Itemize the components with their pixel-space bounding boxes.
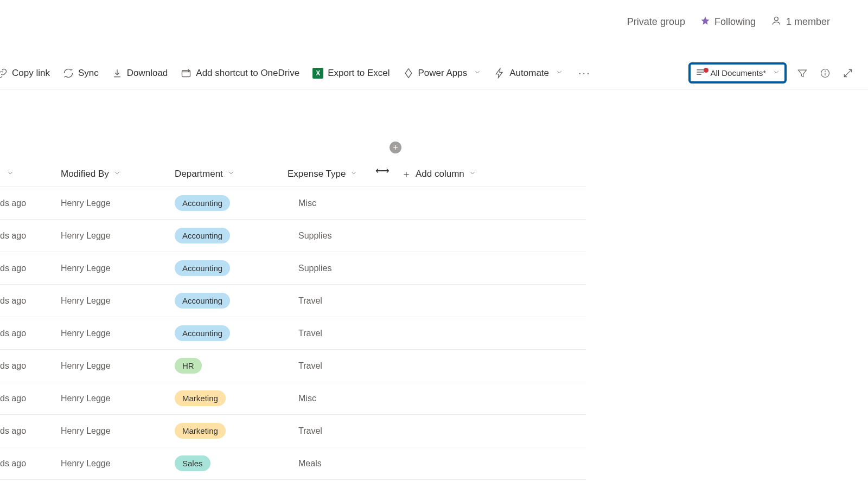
cell-modified: ds ago	[0, 285, 26, 317]
department-pill: Accounting	[175, 228, 230, 243]
add-column-label: Add column	[416, 169, 464, 179]
export-excel-button[interactable]: X Export to Excel	[312, 68, 390, 79]
unsaved-indicator-icon	[704, 68, 709, 73]
table-row[interactable]: ds agoHenry LeggeMarketingMisc	[0, 382, 586, 415]
cell-department: Marketing	[175, 382, 226, 414]
column-header-department[interactable]: Department	[175, 169, 235, 179]
info-button[interactable]	[819, 67, 831, 79]
command-bar-right: All Documents*	[690, 57, 854, 89]
automate-button[interactable]: Automate	[494, 68, 563, 79]
cell-modified-by: Henry Legge	[61, 285, 111, 317]
cell-modified-by: Henry Legge	[61, 317, 111, 349]
table-row[interactable]: ds agoHenry LeggeAccountingTravel	[0, 317, 586, 350]
cell-expense-type: Meals	[298, 447, 322, 479]
cell-department: Accounting	[175, 220, 230, 252]
person-icon	[771, 15, 782, 29]
svg-point-0	[775, 17, 778, 21]
download-button[interactable]: Download	[112, 68, 168, 79]
export-excel-label: Export to Excel	[328, 68, 390, 79]
expand-button[interactable]	[842, 67, 854, 79]
cell-department: Accounting	[175, 252, 230, 284]
automate-label: Automate	[509, 68, 549, 79]
table-row[interactable]: ds agoHenry LeggeAccountingSupplies	[0, 252, 586, 285]
group-info-bar: Private group Following 1 member	[627, 15, 830, 29]
chevron-down-icon	[474, 68, 481, 79]
view-name-label: All Documents*	[710, 68, 766, 78]
cell-modified-by: Henry Legge	[61, 220, 111, 252]
add-column-button[interactable]: ＋ Add column	[401, 168, 476, 181]
download-icon	[112, 68, 123, 79]
table-row[interactable]: ds agoHenry LeggeSalesMeals	[0, 447, 586, 480]
svg-rect-1	[182, 70, 190, 77]
svg-point-7	[825, 70, 826, 71]
insert-column-button[interactable]: +	[390, 142, 401, 153]
power-apps-button[interactable]: Power Apps	[403, 68, 482, 79]
add-shortcut-label: Add shortcut to OneDrive	[196, 68, 299, 79]
plus-icon: ＋	[401, 168, 411, 181]
department-pill: Accounting	[175, 260, 230, 276]
table-row[interactable]: ds agoHenry LeggeAccountingTravel	[0, 285, 586, 317]
view-switcher-button[interactable]: All Documents*	[690, 63, 786, 82]
table-row[interactable]: ds agoHenry LeggeAccountingMisc	[0, 187, 586, 220]
column-headers: Modified By Department Expense Type ＋ Ad…	[0, 161, 586, 187]
copy-link-button[interactable]: Copy link	[0, 68, 50, 79]
table-row[interactable]: ds agoHenry LeggeMarketingTravel	[0, 415, 586, 447]
cell-expense-type: Misc	[298, 187, 316, 219]
cell-modified: ds ago	[0, 220, 26, 252]
more-commands-button[interactable]: ···	[576, 67, 593, 79]
cell-modified-by: Henry Legge	[61, 382, 111, 414]
cell-modified-by: Henry Legge	[61, 187, 111, 219]
cell-expense-type: Travel	[298, 285, 322, 317]
add-shortcut-button[interactable]: Add shortcut to OneDrive	[181, 68, 299, 79]
department-pill: Accounting	[175, 195, 230, 211]
cell-modified: ds ago	[0, 382, 26, 414]
star-icon	[700, 16, 710, 28]
department-pill: Marketing	[175, 423, 226, 439]
cell-expense-type: Travel	[298, 350, 322, 382]
command-bar: Copy link Sync Download Add shortcut to …	[0, 57, 868, 89]
cell-department: Accounting	[175, 187, 230, 219]
column-header-label: Expense Type	[288, 169, 346, 179]
copy-link-label: Copy link	[12, 68, 50, 79]
cell-modified: ds ago	[0, 415, 26, 447]
column-header-expense-type[interactable]: Expense Type	[288, 169, 358, 179]
filter-button[interactable]	[796, 67, 808, 79]
cell-department: HR	[175, 350, 202, 382]
cell-modified: ds ago	[0, 317, 26, 349]
link-icon	[0, 68, 8, 79]
members-button[interactable]: 1 member	[771, 15, 830, 29]
table-row[interactable]: ds agoHenry LeggeAccountingSupplies	[0, 220, 586, 252]
chevron-down-icon	[350, 169, 358, 179]
power-apps-label: Power Apps	[418, 68, 468, 79]
department-pill: Sales	[175, 455, 210, 471]
column-header-label: Modified By	[61, 169, 109, 179]
cell-modified-by: Henry Legge	[61, 415, 111, 447]
cell-expense-type: Misc	[298, 382, 316, 414]
cell-modified: ds ago	[0, 252, 26, 284]
group-privacy-text: Private group	[627, 16, 685, 28]
cell-modified-by: Henry Legge	[61, 447, 111, 479]
sync-icon	[63, 68, 74, 79]
cell-modified-by: Henry Legge	[61, 252, 111, 284]
cell-expense-type: Travel	[298, 415, 322, 447]
following-button[interactable]: Following	[700, 16, 756, 28]
chevron-down-icon	[469, 169, 476, 179]
table-row[interactable]: ds agoHenry LeggeHRTravel	[0, 350, 586, 382]
column-header-partial[interactable]	[0, 169, 14, 179]
column-header-modified-by[interactable]: Modified By	[61, 169, 121, 179]
cell-modified-by: Henry Legge	[61, 350, 111, 382]
group-privacy: Private group	[627, 16, 685, 28]
department-pill: Marketing	[175, 390, 226, 406]
document-rows: ds agoHenry LeggeAccountingMiscds agoHen…	[0, 187, 586, 480]
chevron-down-icon	[227, 169, 235, 179]
following-label: Following	[714, 16, 756, 28]
chevron-down-icon	[7, 169, 14, 179]
cell-department: Accounting	[175, 317, 230, 349]
department-pill: Accounting	[175, 325, 230, 341]
cell-department: Sales	[175, 447, 210, 479]
excel-icon: X	[312, 68, 323, 79]
sync-button[interactable]: Sync	[63, 68, 99, 79]
download-label: Download	[127, 68, 168, 79]
sync-label: Sync	[78, 68, 99, 79]
command-bar-left: Copy link Sync Download Add shortcut to …	[0, 67, 593, 79]
